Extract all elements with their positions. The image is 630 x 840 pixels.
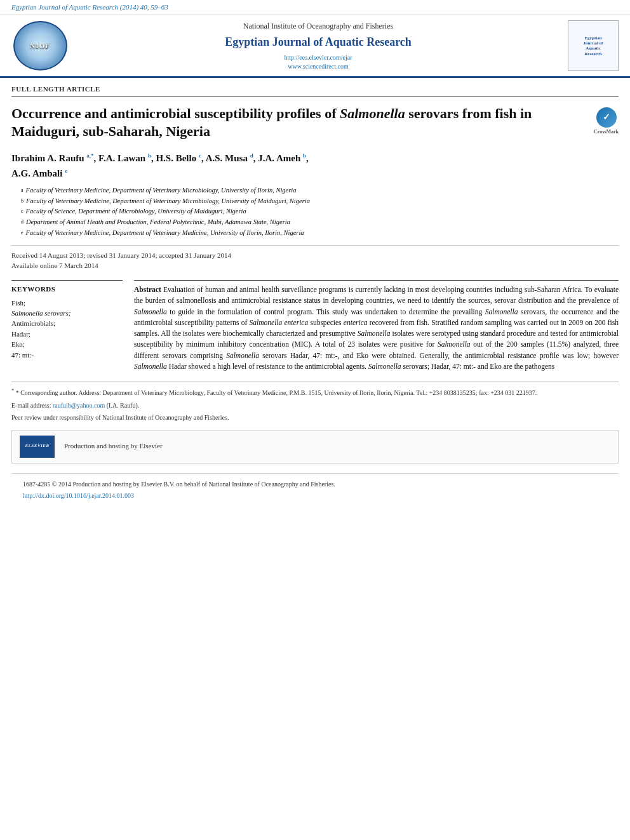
niof-logo-image: NIOF	[13, 21, 67, 70]
journal-header: NIOF National Institute of Oceanography …	[0, 15, 630, 78]
journal-header-center: National Institute of Oceanography and F…	[69, 21, 568, 71]
crossmark-icon: ✓	[596, 107, 617, 128]
journal-logo-right-text: EgyptianJournal ofAquaticResearch	[584, 36, 603, 57]
footnote-star-sup: *	[11, 388, 14, 394]
affiliation-b: b Faculty of Veterinary Medicine, Depart…	[21, 197, 619, 206]
keyword-hadar: Hadar;	[11, 330, 123, 339]
aff-text-d: Department of Animal Heath and Productio…	[26, 218, 290, 227]
aff-text-c: Faculty of Science, Department of Microb…	[26, 207, 246, 217]
affiliations-section: a Faculty of Veterinary Medicine, Depart…	[11, 186, 619, 237]
abstract-text: Abstract Evaluation of human and animal …	[134, 284, 619, 372]
keywords-box: KEYWORDS Fish; Salmonella serovars; Anti…	[11, 280, 123, 360]
keywords-column: KEYWORDS Fish; Salmonella serovars; Anti…	[11, 280, 123, 372]
affiliation-a: a Faculty of Veterinary Medicine, Depart…	[21, 186, 619, 196]
article-dates: Received 14 August 2013; revised 31 Janu…	[11, 245, 619, 270]
abstract-section: Abstract Evaluation of human and animal …	[134, 280, 619, 372]
aff-sup-c: c	[21, 208, 23, 215]
keyword-salmonella: Salmonella serovars;	[11, 309, 123, 318]
title-part1: Occurrence and antimicrobial susceptibil…	[11, 105, 340, 121]
affiliation-c: c Faculty of Science, Department of Micr…	[21, 207, 619, 217]
journal-title: Egyptian Journal of Aquatic Research	[81, 34, 555, 50]
journal-urls: http://ees.elsevier.com/ejar www.science…	[81, 53, 555, 71]
footnote-email-link[interactable]: raufuib@yahoo.com	[53, 402, 105, 409]
author-sup-e: e	[65, 168, 67, 174]
keyword-eko: Eko;	[11, 340, 123, 349]
bottom-doi[interactable]: http://dx.doi.org/10.1016/j.ejar.2014.01…	[23, 491, 607, 500]
journal-url1[interactable]: http://ees.elsevier.com/ejar	[81, 53, 555, 62]
main-content: FULL LENGTH ARTICLE Occurrence and antim…	[0, 78, 630, 512]
aff-sup-b: b	[21, 197, 23, 204]
elsevier-production-text: Production and hosting by Elsevier	[64, 441, 163, 451]
aff-text-e: Faculty of Veterinary Medicine, Departme…	[26, 229, 304, 238]
keyword-fish: Fish;	[11, 298, 123, 308]
available-date: Available online 7 March 2014	[11, 261, 619, 270]
author-sup-b2: b	[303, 152, 306, 159]
niof-logo-left: NIOF	[11, 20, 69, 71]
abstract-label: Abstract	[134, 286, 161, 293]
aff-sup-d: d	[21, 218, 23, 225]
keyword-antimicrobials: Antimicrobials;	[11, 319, 123, 328]
keyword-47mt: 47: mt:-	[11, 350, 123, 360]
bottom-issn: 1687-4285 © 2014 Production and hosting …	[23, 480, 607, 489]
elsevier-logo: ELSEVIER	[20, 436, 55, 458]
title-italic: Salmonella	[340, 105, 405, 121]
article-type: FULL LENGTH ARTICLE	[11, 84, 619, 97]
received-date: Received 14 August 2013; revised 31 Janu…	[11, 251, 619, 260]
footnote-email-suffix: (I.A. Raufu).	[107, 402, 140, 409]
aff-sup-e: e	[21, 229, 23, 236]
journal-logo-right: EgyptianJournal ofAquaticResearch	[568, 20, 619, 71]
journal-url2[interactable]: www.sciencedirect.com	[81, 62, 555, 71]
footnote-star: * * Corresponding author. Address: Depar…	[11, 387, 619, 397]
elsevier-footer-box: ELSEVIER Production and hosting by Elsev…	[11, 430, 619, 463]
abstract-column: Abstract Evaluation of human and animal …	[134, 280, 619, 372]
institution-name: National Institute of Oceanography and F…	[81, 21, 555, 32]
peer-review-note: Peer review under responsibility of Nati…	[11, 413, 619, 422]
affiliation-d: d Department of Animal Heath and Product…	[21, 218, 619, 227]
journal-citation: Egyptian Journal of Aquatic Research (20…	[0, 0, 630, 15]
abstract-content: Evaluation of human and animal health su…	[134, 286, 619, 370]
article-title: Occurrence and antimicrobial susceptibil…	[11, 105, 619, 141]
footnote-email-line: E-mail address: raufuib@yahoo.com (I.A. …	[11, 401, 619, 410]
authors-line: Ibrahim A. Raufu a,*, F.A. Lawan b, H.S.…	[11, 150, 619, 181]
affiliation-e: e Faculty of Veterinary Medicine, Depart…	[21, 229, 619, 238]
footnote-section: * * Corresponding author. Address: Depar…	[11, 382, 619, 422]
crossmark-label: CrossMark	[594, 129, 619, 135]
email-label: E-mail address:	[11, 402, 51, 409]
aff-text-b: Faculty of Veterinary Medicine, Departme…	[26, 197, 310, 206]
aff-sup-a: a	[21, 187, 23, 194]
article-title-text: Occurrence and antimicrobial susceptibil…	[11, 105, 587, 141]
keywords-title: KEYWORDS	[11, 284, 123, 294]
bottom-bar: 1687-4285 © 2014 Production and hosting …	[11, 473, 619, 507]
crossmark-badge[interactable]: ✓ CrossMark	[594, 107, 619, 135]
niof-logo-text: NIOF	[30, 41, 50, 51]
two-col-layout: KEYWORDS Fish; Salmonella serovars; Anti…	[11, 280, 619, 372]
author-sup-d: d	[250, 152, 253, 159]
aff-text-a: Faculty of Veterinary Medicine, Departme…	[26, 186, 297, 196]
author-sup-b1: b	[148, 152, 151, 159]
author-sup-a: a,*	[86, 152, 93, 159]
author-sup-c: c	[199, 152, 201, 159]
